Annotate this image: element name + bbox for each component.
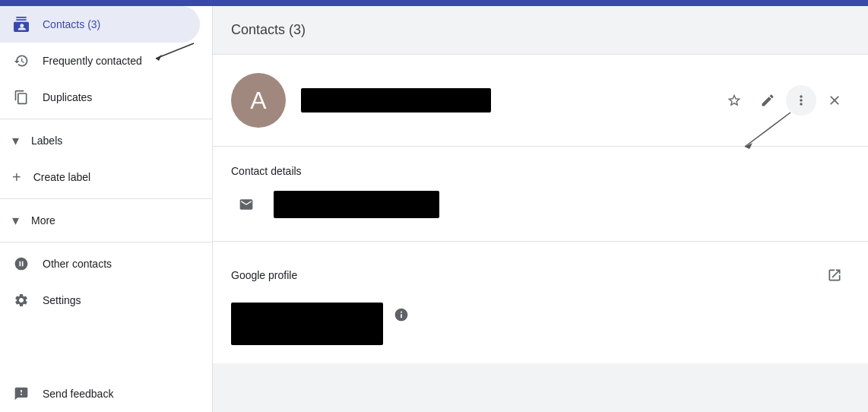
settings-icon	[12, 291, 30, 309]
divider-2	[0, 198, 212, 199]
sidebar-create-label-label: Create label	[33, 171, 91, 183]
sidebar-item-duplicates[interactable]: Duplicates	[0, 79, 200, 116]
contacts-icon	[12, 15, 30, 33]
email-value-redacted	[274, 191, 439, 218]
sidebar: Contacts (3) Frequently contacted Duplic…	[0, 6, 213, 412]
avatar: A	[231, 73, 286, 128]
contact-details-title: Contact details	[231, 165, 850, 177]
main-header: Contacts (3)	[213, 6, 868, 55]
contact-actions	[719, 85, 850, 116]
sidebar-more-label: More	[31, 214, 55, 227]
email-icon	[231, 189, 261, 220]
duplicate-icon	[12, 88, 30, 106]
google-profile-section: Google profile	[213, 242, 868, 363]
divider-3	[0, 242, 212, 242]
sidebar-item-other-contacts[interactable]: Other contacts	[0, 246, 200, 282]
top-bar	[0, 0, 868, 6]
edit-button[interactable]	[752, 85, 783, 116]
google-profile-header: Google profile	[231, 260, 850, 290]
contact-card-header: A	[231, 73, 850, 128]
main-content: Contacts (3) A	[213, 6, 868, 412]
sidebar-item-settings[interactable]: Settings	[0, 282, 200, 319]
history-icon	[12, 52, 30, 70]
sidebar-item-frequently-contacted[interactable]: Frequently contacted	[0, 43, 200, 79]
star-button[interactable]	[719, 85, 749, 116]
chevron-down-icon: ▾	[12, 212, 19, 229]
avatar-letter: A	[250, 87, 266, 115]
info-button[interactable]	[389, 303, 413, 327]
sidebar-item-contacts-label: Contacts (3)	[43, 18, 100, 30]
contact-card: A	[213, 55, 868, 147]
profile-data-redacted	[231, 303, 383, 345]
email-detail-row	[231, 189, 850, 220]
sidebar-labels-section[interactable]: ▾ Labels	[0, 122, 212, 159]
plus-icon: +	[12, 170, 21, 185]
contact-details-section: Contact details	[213, 147, 868, 242]
external-link-button[interactable]	[819, 260, 850, 290]
sidebar-labels-label: Labels	[31, 135, 62, 147]
sidebar-more[interactable]: ▾ More	[0, 202, 212, 239]
sidebar-item-other-contacts-label: Other contacts	[43, 258, 112, 270]
sidebar-item-frequently-contacted-label: Frequently contacted	[43, 55, 142, 67]
sidebar-bottom: Send feedback	[0, 376, 212, 412]
sidebar-item-send-feedback-label: Send feedback	[43, 388, 113, 400]
close-button[interactable]	[819, 85, 850, 116]
feedback-icon	[12, 385, 30, 403]
sidebar-create-label[interactable]: + Create label	[0, 159, 212, 195]
sidebar-item-settings-label: Settings	[43, 294, 81, 306]
sidebar-item-duplicates-label: Duplicates	[43, 91, 92, 103]
other-contacts-icon	[12, 255, 30, 273]
profile-content-row	[231, 303, 850, 345]
collapse-icon: ▾	[12, 132, 19, 149]
main-header-title: Contacts (3)	[231, 22, 306, 38]
google-profile-title: Google profile	[231, 269, 819, 281]
more-options-button[interactable]	[786, 85, 816, 116]
sidebar-item-send-feedback[interactable]: Send feedback	[0, 376, 200, 412]
divider-1	[0, 119, 212, 119]
contact-name-redacted	[301, 88, 491, 113]
sidebar-item-contacts[interactable]: Contacts (3)	[0, 6, 200, 43]
